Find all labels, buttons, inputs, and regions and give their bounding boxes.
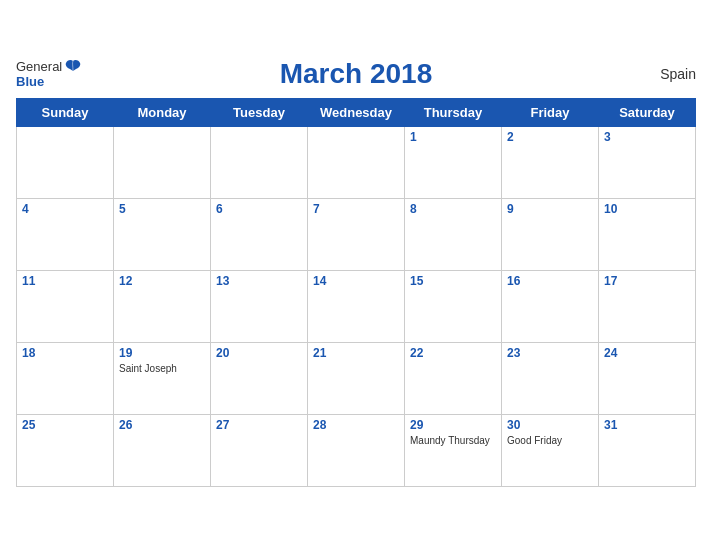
calendar-cell-w4-d2: 20 — [211, 342, 308, 414]
event-label: Saint Joseph — [119, 362, 205, 375]
day-number: 6 — [216, 202, 302, 216]
day-number: 20 — [216, 346, 302, 360]
day-number: 18 — [22, 346, 108, 360]
calendar-cell-w5-d5: 30Good Friday — [502, 414, 599, 486]
header-thursday: Thursday — [405, 98, 502, 126]
calendar-cell-w3-d3: 14 — [308, 270, 405, 342]
header-monday: Monday — [114, 98, 211, 126]
day-number: 28 — [313, 418, 399, 432]
calendar-cell-w5-d3: 28 — [308, 414, 405, 486]
week-row-5: 2526272829Maundy Thursday30Good Friday31 — [17, 414, 696, 486]
day-number: 2 — [507, 130, 593, 144]
day-number: 21 — [313, 346, 399, 360]
logo-blue-text: Blue — [16, 74, 44, 89]
calendar-cell-w1-d1 — [114, 126, 211, 198]
calendar-cell-w1-d5: 2 — [502, 126, 599, 198]
calendar-cell-w3-d2: 13 — [211, 270, 308, 342]
calendar-cell-w3-d0: 11 — [17, 270, 114, 342]
day-number: 31 — [604, 418, 690, 432]
calendar-cell-w2-d5: 9 — [502, 198, 599, 270]
calendar-cell-w2-d2: 6 — [211, 198, 308, 270]
day-number: 16 — [507, 274, 593, 288]
logo-bird-icon — [64, 59, 82, 73]
calendar-cell-w2-d6: 10 — [599, 198, 696, 270]
day-number: 8 — [410, 202, 496, 216]
day-number: 4 — [22, 202, 108, 216]
header-sunday: Sunday — [17, 98, 114, 126]
calendar-title: March 2018 — [280, 58, 433, 90]
calendar-cell-w5-d6: 31 — [599, 414, 696, 486]
day-number: 14 — [313, 274, 399, 288]
calendar-cell-w3-d4: 15 — [405, 270, 502, 342]
day-number: 27 — [216, 418, 302, 432]
day-number: 22 — [410, 346, 496, 360]
calendar-cell-w2-d0: 4 — [17, 198, 114, 270]
calendar-container: General Blue March 2018 Spain Sunday Mon… — [0, 48, 712, 503]
day-number: 23 — [507, 346, 593, 360]
week-row-4: 1819Saint Joseph2021222324 — [17, 342, 696, 414]
calendar-table: Sunday Monday Tuesday Wednesday Thursday… — [16, 98, 696, 487]
calendar-cell-w1-d4: 1 — [405, 126, 502, 198]
calendar-cell-w3-d5: 16 — [502, 270, 599, 342]
calendar-cell-w5-d0: 25 — [17, 414, 114, 486]
calendar-cell-w1-d2 — [211, 126, 308, 198]
calendar-cell-w4-d4: 22 — [405, 342, 502, 414]
day-number: 13 — [216, 274, 302, 288]
day-number: 25 — [22, 418, 108, 432]
weekday-header-row: Sunday Monday Tuesday Wednesday Thursday… — [17, 98, 696, 126]
header-friday: Friday — [502, 98, 599, 126]
day-number: 3 — [604, 130, 690, 144]
calendar-header: General Blue March 2018 Spain — [16, 58, 696, 90]
calendar-body: 12345678910111213141516171819Saint Josep… — [17, 126, 696, 486]
event-label: Maundy Thursday — [410, 434, 496, 447]
calendar-cell-w4-d0: 18 — [17, 342, 114, 414]
calendar-cell-w3-d6: 17 — [599, 270, 696, 342]
day-number: 12 — [119, 274, 205, 288]
week-row-1: 123 — [17, 126, 696, 198]
day-number: 24 — [604, 346, 690, 360]
calendar-cell-w4-d1: 19Saint Joseph — [114, 342, 211, 414]
calendar-cell-w5-d4: 29Maundy Thursday — [405, 414, 502, 486]
day-number: 30 — [507, 418, 593, 432]
week-row-2: 45678910 — [17, 198, 696, 270]
day-number: 10 — [604, 202, 690, 216]
calendar-cell-w2-d1: 5 — [114, 198, 211, 270]
day-number: 7 — [313, 202, 399, 216]
header-saturday: Saturday — [599, 98, 696, 126]
calendar-cell-w3-d1: 12 — [114, 270, 211, 342]
calendar-cell-w2-d3: 7 — [308, 198, 405, 270]
calendar-cell-w1-d6: 3 — [599, 126, 696, 198]
calendar-cell-w5-d2: 27 — [211, 414, 308, 486]
week-row-3: 11121314151617 — [17, 270, 696, 342]
calendar-cell-w5-d1: 26 — [114, 414, 211, 486]
day-number: 9 — [507, 202, 593, 216]
day-number: 17 — [604, 274, 690, 288]
day-number: 5 — [119, 202, 205, 216]
day-number: 15 — [410, 274, 496, 288]
calendar-cell-w1-d0 — [17, 126, 114, 198]
day-number: 29 — [410, 418, 496, 432]
header-tuesday: Tuesday — [211, 98, 308, 126]
day-number: 19 — [119, 346, 205, 360]
event-label: Good Friday — [507, 434, 593, 447]
calendar-cell-w4-d6: 24 — [599, 342, 696, 414]
day-number: 1 — [410, 130, 496, 144]
calendar-cell-w4-d3: 21 — [308, 342, 405, 414]
country-label: Spain — [660, 66, 696, 82]
logo: General Blue — [16, 59, 82, 89]
calendar-cell-w1-d3 — [308, 126, 405, 198]
day-number: 26 — [119, 418, 205, 432]
logo-general-text: General — [16, 59, 62, 74]
header-wednesday: Wednesday — [308, 98, 405, 126]
calendar-cell-w4-d5: 23 — [502, 342, 599, 414]
calendar-cell-w2-d4: 8 — [405, 198, 502, 270]
day-number: 11 — [22, 274, 108, 288]
